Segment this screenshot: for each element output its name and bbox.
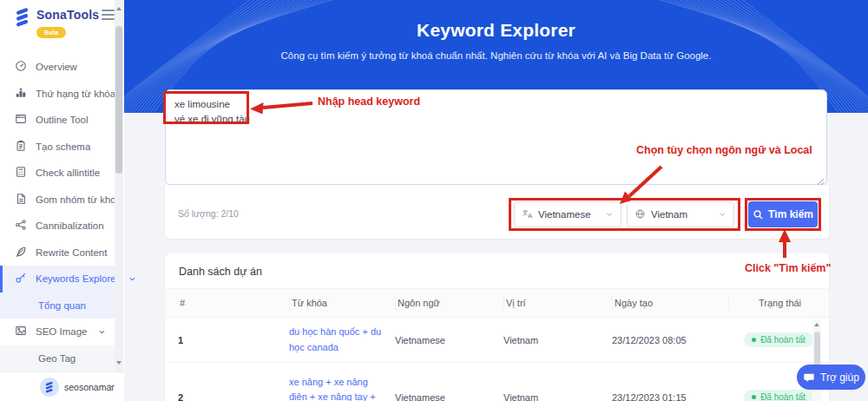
projects-title: Danh sách dự án [165,253,829,289]
col-status: Trạng thái [728,296,829,311]
scroll-down-arrow-icon[interactable] [116,361,122,365]
textarea-resize-handle[interactable] [817,174,825,181]
projects-table-card: Danh sách dự án # Từ khóa Ngôn ngữ Vị tr… [165,253,829,401]
chevron-down-icon [128,275,136,283]
scrollbar-thumb[interactable] [115,26,122,174]
location-selected-value: Vietnam [651,209,687,220]
sidebar-item-rewrite-content[interactable]: Rewrite Content [0,240,115,266]
help-chat-button[interactable]: Trợ giúp [797,365,865,390]
page-title: Keyword Explorer [124,20,868,41]
chevron-down-icon [98,328,106,336]
sidebar-item-group-keywords[interactable]: Gom nhóm từ khoá [0,187,115,214]
sidebar-item-geo-tag[interactable]: Geo Tag [0,345,115,372]
search-icon [753,209,764,220]
gauge-icon [15,60,27,74]
document-icon [15,193,27,207]
keywords-textarea[interactable]: xe limousine vé xe đi vũng tàu [165,89,827,185]
calculator-icon [15,166,27,180]
annotation-click-search: Click "Tìm kiếm" [745,262,831,274]
chevron-down-icon [605,210,614,219]
app-name: SonaTools [36,8,99,22]
image-icon [15,325,27,339]
chevron-down-icon [718,210,727,219]
sidebar-item-keywords-explorer[interactable]: Keywords Explorer [0,266,115,293]
keyword-link[interactable]: du học hàn quốc + du học canada [289,325,395,354]
sidebar-item-check-allintitle[interactable]: Check allintitle [0,160,115,187]
scroll-up-arrow-icon[interactable] [814,323,819,326]
status-badge: Đã hoàn tất [744,332,813,347]
sidebar-item-rank-tracking[interactable]: Thứ hạng từ khóa [0,81,115,108]
row-created: 23/12/2023 01:15 [612,392,728,401]
annotation-head-keyword: Nhập head keyword [318,95,420,108]
key-icon [15,272,27,286]
translate-icon [522,208,533,221]
sidebar-item-seo-image[interactable]: SEO Image [0,319,115,345]
row-index: 2 [178,392,289,401]
sidebar-item-cannibalization[interactable]: Cannibalization [0,213,115,240]
clipboard-icon [15,140,27,154]
row-language: Vietnamese [395,392,503,401]
row-index: 1 [178,335,289,345]
table-row: 1 du học hàn quốc + du học canada Vietna… [165,318,829,363]
sidebar-item-tong-quan[interactable]: Tổng quan [0,293,115,319]
globe-icon [635,208,646,221]
avatar [40,378,59,397]
row-language: Vietnamese [395,335,503,345]
sidebar: SonaTools Beta Overview Thứ hạng từ khóa… [0,0,124,401]
table-row: 2 xe nâng + xe nâng điện + xe nâng tay +… [165,363,829,401]
chat-bubble-icon [803,371,815,384]
beta-badge: Beta [36,27,66,38]
sidebar-item-outline-tool[interactable]: Outline Tool [0,107,115,134]
sidebar-item-create-schema[interactable]: Tạo schema [0,134,115,161]
row-created: 23/12/2023 08:05 [612,335,728,345]
sidebar-scrollbar[interactable] [115,0,123,371]
help-label: Trợ giúp [820,371,859,384]
page-subtitle: Công cụ tìm kiếm ý tưởng từ khoá chuẩn n… [124,50,868,61]
language-selected-value: Vietnamese [538,209,591,220]
table-header-row: # Từ khóa Ngôn ngữ Vị trí Ngày tạo Trạng… [165,289,829,318]
sidebar-item-overview[interactable]: Overview [0,54,115,81]
chevron-down-icon [108,382,115,390]
user-menu[interactable]: seosonamar [0,371,124,401]
status-dot-icon [752,338,756,342]
ranking-icon [15,87,27,101]
col-location: Vị trí [503,296,612,311]
col-index: # [178,296,289,311]
search-button[interactable]: Tìm kiếm [748,201,818,227]
annotation-language-local: Chọn tùy chọn ngôn ngữ và Local [636,144,812,156]
col-created: Ngày tạo [612,296,728,311]
sidebar-menu: Overview Thứ hạng từ khóa Outline Tool T… [0,54,115,371]
col-keyword: Từ khóa [289,296,395,311]
scroll-up-arrow-icon[interactable] [116,7,122,10]
location-select[interactable]: Vietnam [627,201,734,227]
sonatools-logo-icon [14,7,31,32]
status-badge: Đã hoàn tất [744,390,813,401]
app-window: SonaTools Beta Overview Thứ hạng từ khóa… [0,0,868,401]
row-location: Vietnam [503,392,612,401]
language-select[interactable]: Vietnamese [514,201,621,227]
search-controls-card: Số lượng: 2/10 Vietnamese Vietnam Tìm ki… [165,185,829,239]
menu-toggle-icon[interactable] [102,10,115,23]
status-dot-icon [752,395,756,399]
row-location: Vietnam [503,335,612,345]
share-nodes-icon [15,219,27,233]
feather-icon [15,246,27,260]
col-language: Ngôn ngữ [395,296,503,311]
window-icon [15,113,27,127]
keyword-count-label: Số lượng: 2/10 [178,208,239,219]
logo: SonaTools Beta [14,7,99,38]
keyword-link[interactable]: xe nâng + xe nâng điện + xe nâng tay + x… [289,375,395,401]
